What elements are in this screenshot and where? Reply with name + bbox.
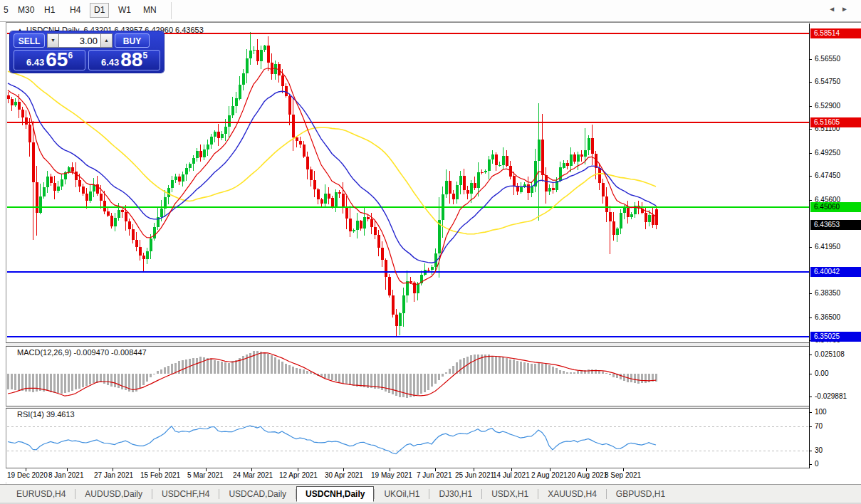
rsi-axis-label: 70 xyxy=(815,423,823,430)
chart-tab-usdcnh[interactable]: USDCNH,Daily xyxy=(296,486,374,502)
price-axis[interactable]: 6.565506.547506.529006.511006.492506.474… xyxy=(809,23,861,468)
axis-tick xyxy=(810,374,812,374)
price-level-badge: 6.58514 xyxy=(810,28,861,38)
date-tick-label: 15 Feb 2021 xyxy=(140,471,180,479)
spinner-down-icon: ▼ xyxy=(51,38,56,43)
chart-tab-dj30[interactable]: DJ30,H1 xyxy=(429,486,481,502)
tab-scroll-right-icon[interactable]: ► xyxy=(841,5,854,13)
sell-price-prefix: 6.43 xyxy=(26,57,44,68)
rsi-axis-label: 30 xyxy=(815,447,823,454)
timeframe-button-mn[interactable]: MN xyxy=(140,4,160,17)
timeframe-button-5[interactable]: 5 xyxy=(0,4,12,17)
chart-tab-usdcad[interactable]: USDCAD,Daily xyxy=(219,486,296,502)
timeframe-button-m30[interactable]: M30 xyxy=(14,4,38,17)
sell-button[interactable]: SELL xyxy=(14,33,45,48)
date-tick xyxy=(435,468,436,471)
date-tick xyxy=(251,468,252,471)
one-click-trade-panel: SELL ▼ ▲ BUY 6.43 65 6 6.43 88 5 xyxy=(10,31,164,73)
price-tick-label: 6.41950 xyxy=(815,243,840,251)
date-tick-label: 8 Jan 2021 xyxy=(48,471,84,479)
axis-tick xyxy=(810,129,812,130)
price-level-badge: 6.45060 xyxy=(810,202,861,212)
timeframe-button-h1[interactable]: H1 xyxy=(41,4,58,17)
axis-tick xyxy=(810,317,812,318)
buy-price-sup: 5 xyxy=(142,51,147,61)
date-tick-label: 24 Mar 2021 xyxy=(233,471,273,479)
chart-tab-usdchf[interactable]: USDCHF,H4 xyxy=(152,486,219,502)
timeframe-button-w1[interactable]: W1 xyxy=(115,4,135,17)
rsi-panel[interactable]: RSI(14) 39.4613 xyxy=(7,409,809,468)
rsi-axis-label: 0 xyxy=(815,461,819,468)
date-tick-label: 20 Aug 2021 xyxy=(568,471,607,479)
date-tick xyxy=(298,468,298,471)
macd-axis-label: -0.029881 xyxy=(815,393,847,400)
price-level-badge: 6.40042 xyxy=(810,267,861,277)
date-tick-label: 19 Dec 2020 xyxy=(7,471,48,479)
date-tick xyxy=(550,468,550,471)
price-tick-label: 6.54750 xyxy=(815,78,840,85)
price-tick-label: 6.47450 xyxy=(815,172,840,179)
date-tick xyxy=(474,468,474,471)
date-tick xyxy=(159,468,160,471)
axis-tick xyxy=(810,106,812,107)
chart-tab-audusd[interactable]: AUDUSD,Daily xyxy=(75,486,152,502)
buy-button[interactable]: BUY xyxy=(115,33,150,48)
rsi-axis-label: 100 xyxy=(815,409,827,416)
date-tick-label: 8 Sep 2021 xyxy=(605,471,641,479)
volume-input[interactable] xyxy=(59,33,100,48)
main-chart-canvas[interactable]: ▲USDCNH,Daily 6.43201 6.43957 6.42960 6.… xyxy=(7,23,809,342)
toolbar-separator xyxy=(171,2,172,19)
axis-tick xyxy=(810,426,812,427)
date-tick xyxy=(511,468,512,471)
date-tick-label: 7 Jun 2021 xyxy=(417,471,452,479)
date-tick xyxy=(67,468,68,471)
date-tick xyxy=(113,468,113,471)
price-level-badge: 6.51605 xyxy=(810,117,861,127)
date-tick xyxy=(390,468,390,471)
volume-increase-button[interactable]: ▲ xyxy=(100,33,113,48)
date-tick xyxy=(623,468,624,471)
chart-tab-usdx[interactable]: USDX,H1 xyxy=(482,486,538,502)
axis-tick xyxy=(810,293,812,294)
date-axis[interactable]: 19 Dec 20208 Jan 202127 Jan 202115 Feb 2… xyxy=(6,468,809,483)
chart-tab-gbpusd[interactable]: GBPUSD,H1 xyxy=(607,486,674,502)
axis-tick xyxy=(810,153,812,154)
date-tick xyxy=(586,468,587,471)
spinner-up-icon: ▲ xyxy=(104,38,109,43)
date-tick-label: 30 Apr 2021 xyxy=(325,471,363,479)
timeframe-button-d1[interactable]: D1 xyxy=(90,3,109,18)
date-tick xyxy=(343,468,344,471)
axis-tick xyxy=(810,247,812,248)
date-tick-label: 5 Mar 2021 xyxy=(187,471,224,479)
buy-price-main: 88 xyxy=(120,51,142,69)
price-tick-label: 6.36500 xyxy=(815,314,840,321)
rsi-label: RSI(14) 39.4613 xyxy=(17,410,75,419)
chart-tab-ukoil[interactable]: UKOil,H1 xyxy=(375,486,429,502)
axis-tick xyxy=(810,451,812,451)
volume-decrease-button[interactable]: ▼ xyxy=(47,33,59,48)
tab-scroll-left-icon[interactable]: ◄ xyxy=(828,5,841,13)
chart-tab-xauusd[interactable]: XAUUSD,H4 xyxy=(538,486,606,502)
axis-tick xyxy=(810,176,812,177)
date-tick xyxy=(206,468,207,471)
date-tick-label: 27 Jan 2021 xyxy=(94,471,133,479)
price-level-badge: 6.35025 xyxy=(810,332,861,342)
macd-axis-label: 0.025108 xyxy=(815,351,845,358)
price-tick-label: 6.38350 xyxy=(815,290,840,297)
buy-price-button[interactable]: 6.43 88 5 xyxy=(88,50,160,70)
sell-price-button[interactable]: 6.43 65 6 xyxy=(14,50,85,70)
price-tick-label: 6.52900 xyxy=(815,103,840,110)
date-tick-label: 25 Jun 2021 xyxy=(455,471,494,479)
timeframe-toolbar: 5M30H1H4D1W1MN xyxy=(0,0,861,22)
macd-panel[interactable]: MACD(12,26,9) -0.009470 -0.008447 xyxy=(7,347,809,406)
axis-tick xyxy=(810,412,812,413)
price-tick-label: 6.56550 xyxy=(815,56,840,63)
application-window: 5M30H1H4D1W1MN ▲USDCNH,Daily 6.43201 6.4… xyxy=(0,0,861,504)
date-tick-label: 14 Jul 2021 xyxy=(493,471,530,479)
buy-price-prefix: 6.43 xyxy=(101,57,119,68)
date-tick-label: 12 Apr 2021 xyxy=(279,471,318,479)
timeframe-button-h4[interactable]: H4 xyxy=(66,4,84,17)
macd-axis-label: 0.00 xyxy=(815,370,828,377)
chart-tab-eurusd[interactable]: EURUSD,H4 xyxy=(7,486,75,502)
sell-price-main: 65 xyxy=(46,51,68,69)
